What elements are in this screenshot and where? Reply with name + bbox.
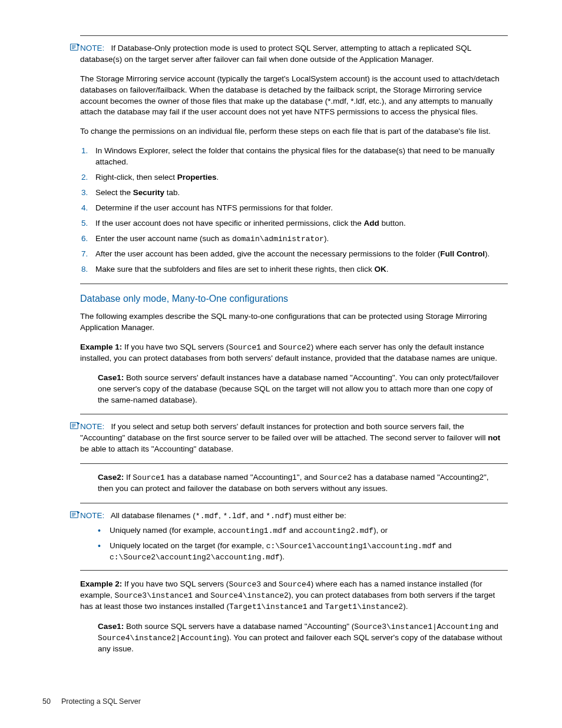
section-intro: The following examples describe the SQL … <box>80 311 508 334</box>
example2-case1: Case1: Both source SQL servers have a da… <box>98 621 505 655</box>
note1-p3: To change the permissions on an individu… <box>80 126 508 137</box>
note-label: NOTE: <box>80 44 104 52</box>
bullet-unique-location: Uniquely located on the target (for exam… <box>107 541 508 563</box>
note1-p2: The Storage Mirroring service account (t… <box>80 74 508 118</box>
note3-bullets: Uniquely named (for example, accounting1… <box>80 525 508 563</box>
example-1: Example 1: If you have two SQL servers (… <box>80 342 508 364</box>
example1-case2: Case2: If Source1 has a database named "… <box>98 472 505 495</box>
step-1: In Windows Explorer, select the folder t… <box>93 146 508 168</box>
bullet-unique-name: Uniquely named (for example, accounting1… <box>107 525 508 536</box>
note-block-1: NOTE: If Database-Only protection mode i… <box>80 43 508 275</box>
example-2: Example 2: If you have two SQL servers (… <box>80 579 508 613</box>
footer-title: Protecting a SQL Server <box>61 697 141 706</box>
step-6: Enter the user account name (such as dom… <box>93 233 508 245</box>
step-4: Determine if the user account has NTFS p… <box>93 203 508 214</box>
note-block-2: NOTE: If you select and setup both serve… <box>80 421 508 455</box>
section-heading: Database only mode, Many-to-One configur… <box>80 292 508 305</box>
page-number: 50 <box>42 697 51 707</box>
note1-p1: If Database-Only protection mode is used… <box>80 44 471 64</box>
note-icon <box>70 510 80 519</box>
step-2: Right-click, then select Properties. <box>93 172 508 183</box>
note-label: NOTE: <box>80 422 104 431</box>
note-icon <box>70 421 80 430</box>
note-label: NOTE: <box>80 511 104 520</box>
example1-case1: Case1: Both source servers' default inst… <box>98 373 505 406</box>
steps-list: In Windows Explorer, select the folder t… <box>80 146 508 275</box>
note-block-3: NOTE: All database filenames (*.mdf, *.l… <box>80 510 508 563</box>
step-3: Select the Security tab. <box>93 187 508 199</box>
note-icon <box>70 43 80 51</box>
step-8: Make sure that the subfolders and files … <box>93 264 508 275</box>
step-7: After the user account has been added, g… <box>93 249 508 260</box>
step-5: If the user account does not have specif… <box>93 218 508 229</box>
page-footer: 50Protecting a SQL Server <box>42 697 141 707</box>
